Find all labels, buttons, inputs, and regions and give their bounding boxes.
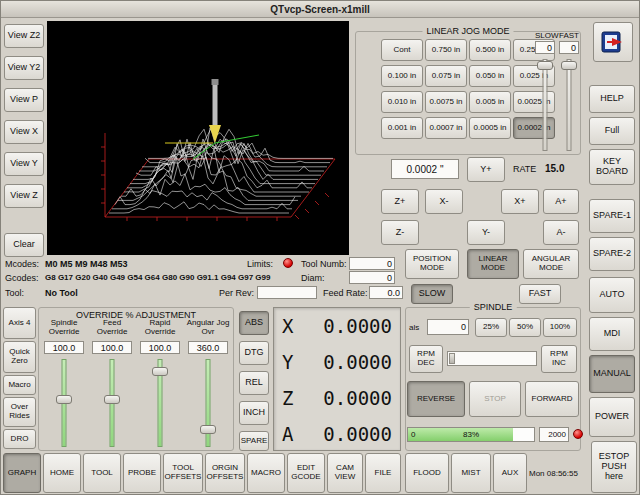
slow-jog-slider-handle[interactable] (537, 61, 553, 70)
slow-jog-slider[interactable] (535, 59, 555, 151)
graph-tab-button[interactable]: GRAPH (3, 453, 41, 493)
slow-speed-button[interactable]: SLOW (411, 284, 453, 304)
spare-2-button[interactable]: SPARE-2 (589, 237, 635, 271)
fast-jog-label: FAST (559, 31, 579, 40)
feed-override-handle[interactable] (104, 395, 120, 404)
manual-mode-button[interactable]: MANUAL (589, 355, 635, 393)
full-screen-button[interactable]: Full (589, 117, 635, 145)
exit-button[interactable] (593, 22, 633, 62)
tab-dro[interactable]: DRO (3, 429, 36, 449)
tool-tab-button[interactable]: TOOL (83, 453, 121, 493)
spindle-reverse-button[interactable]: REVERSE (407, 381, 465, 417)
view-y2-button[interactable]: View Y2 (4, 56, 44, 80)
view-p-button[interactable]: View P (4, 88, 44, 112)
jog-increment-button[interactable]: 0.001 in (381, 117, 423, 139)
fast-jog-slider-handle[interactable] (561, 61, 577, 70)
tool-label: Tool: (5, 288, 24, 298)
spindle-25-percent-button[interactable]: 25% (475, 318, 507, 337)
power-button[interactable]: POWER (589, 397, 635, 437)
per-rev-field[interactable] (257, 286, 317, 299)
spindle-50-percent-button[interactable]: 50% (509, 318, 541, 337)
jog-z-minus-button[interactable]: Z- (381, 220, 419, 245)
fast-jog-slider[interactable] (559, 59, 579, 151)
rapid-override-slider[interactable] (151, 359, 169, 447)
spindle-override-handle[interactable] (56, 395, 72, 404)
help-button[interactable]: HELP (589, 85, 635, 113)
fast-speed-button[interactable]: FAST (519, 284, 561, 304)
tab-axis-select[interactable]: Axis 4 (3, 307, 36, 339)
view-y-button[interactable]: View Y (4, 152, 44, 176)
origin-offsets-tab-button[interactable]: ORGIN OFFSETS (205, 453, 245, 493)
spindle-override-slider[interactable] (55, 359, 73, 447)
edit-gcode-tab-button[interactable]: EDIT GCODE (287, 453, 325, 493)
spindle-title: SPINDLE (470, 302, 517, 312)
slow-jog-value: 0 (535, 41, 555, 54)
dro-z-axis-value: 0.0000 (323, 387, 392, 409)
spindle-forward-button[interactable]: FORWARD (525, 381, 579, 417)
tab-quick-zero[interactable]: Quick Zero (3, 341, 36, 373)
angular-jog-override-handle[interactable] (200, 425, 216, 434)
jog-a-plus-button[interactable]: A+ (543, 189, 579, 214)
jog-increment-button[interactable]: 0.0005 in (469, 117, 511, 139)
linear-mode-button[interactable]: LINEAR MODE (467, 249, 519, 279)
tool-offsets-tab-button[interactable]: TOOL OFFSETS (163, 453, 203, 493)
jog-x-minus-button[interactable]: X- (425, 189, 463, 214)
jog-y-plus-button[interactable]: Y+ (467, 157, 505, 182)
dtg-button[interactable]: DTG (239, 341, 269, 365)
jog-a-minus-button[interactable]: A- (543, 220, 579, 245)
estop-button[interactable]: ESTOP PUSH here (591, 441, 637, 493)
spindle-stop-button[interactable]: STOP (469, 381, 521, 417)
macro-tab-button[interactable]: MACRO (247, 453, 285, 493)
keyboard-button[interactable]: KEY BOARD (589, 149, 635, 185)
clear-view-button[interactable]: Clear (4, 233, 44, 257)
inch-button[interactable]: INCH (239, 401, 269, 425)
spindle-speed-field[interactable]: 0 (427, 319, 469, 335)
mist-button[interactable]: MIST (451, 453, 491, 493)
jog-z-plus-button[interactable]: Z+ (381, 189, 419, 214)
probe-tab-button[interactable]: PROBE (123, 453, 161, 493)
view-z2-button[interactable]: View Z2 (4, 24, 44, 48)
tool-number-label: Tool Numb: (301, 259, 347, 269)
auto-mode-button[interactable]: AUTO (589, 277, 635, 313)
cam-view-tab-button[interactable]: CAM VIEW (327, 453, 363, 493)
spindle-rpm-slider[interactable] (447, 351, 537, 366)
tab-over-rides[interactable]: Over Rides (3, 397, 36, 427)
jog-increment-button[interactable]: 0.750 in (425, 39, 467, 61)
jog-increment-button[interactable]: 0.005 in (469, 91, 511, 113)
jog-increment-button[interactable]: 0.100 in (381, 65, 423, 87)
mdi-mode-button[interactable]: MDI (589, 317, 635, 351)
rapid-override-handle[interactable] (152, 367, 168, 376)
limits-led (283, 258, 293, 268)
rapid-override-value: 100.0 (140, 341, 180, 354)
jog-increment-button[interactable]: Cont (381, 39, 423, 61)
spare-dro-button[interactable]: SPARE (239, 431, 269, 451)
position-mode-button[interactable]: POSITION MODE (405, 249, 459, 279)
spindle-100-percent-button[interactable]: 100% (543, 318, 577, 337)
feed-override-slider[interactable] (103, 359, 121, 447)
jog-increment-button[interactable]: 0.0007 in (425, 117, 467, 139)
rel-button[interactable]: REL (239, 371, 269, 395)
view-x-button[interactable]: View X (4, 120, 44, 144)
jog-x-plus-button[interactable]: X+ (501, 189, 539, 214)
angular-mode-button[interactable]: ANGULAR MODE (523, 249, 579, 279)
home-tab-button[interactable]: HOME (43, 453, 81, 493)
jog-increment-button[interactable]: 0.050 in (469, 65, 511, 87)
view-z-button[interactable]: View Z (4, 184, 44, 208)
angular-jog-override-slider[interactable] (199, 359, 217, 447)
spindle-rpm-slider-handle[interactable] (449, 353, 455, 364)
flood-button[interactable]: FLOOD (405, 453, 449, 493)
jog-increment-button[interactable]: 0.0075 in (425, 91, 467, 113)
spare-1-button[interactable]: SPARE-1 (589, 199, 635, 233)
backplot-canvas[interactable] (47, 21, 349, 255)
rpm-inc-button[interactable]: RPM INC (541, 345, 577, 373)
jog-increment-button[interactable]: 0.010 in (381, 91, 423, 113)
jog-increment-button[interactable]: 0.075 in (425, 65, 467, 87)
linear-jog-mode-title: LINEAR JOG MODE (422, 26, 513, 36)
jog-increment-button[interactable]: 0.500 in (469, 39, 511, 61)
aux-button[interactable]: AUX (493, 453, 527, 493)
abs-button[interactable]: ABS (239, 311, 269, 335)
jog-y-minus-button[interactable]: Y- (467, 220, 505, 245)
rpm-dec-button[interactable]: RPM DEC (409, 345, 443, 373)
tab-macro[interactable]: Macro (3, 375, 36, 395)
file-tab-button[interactable]: FILE (365, 453, 401, 493)
